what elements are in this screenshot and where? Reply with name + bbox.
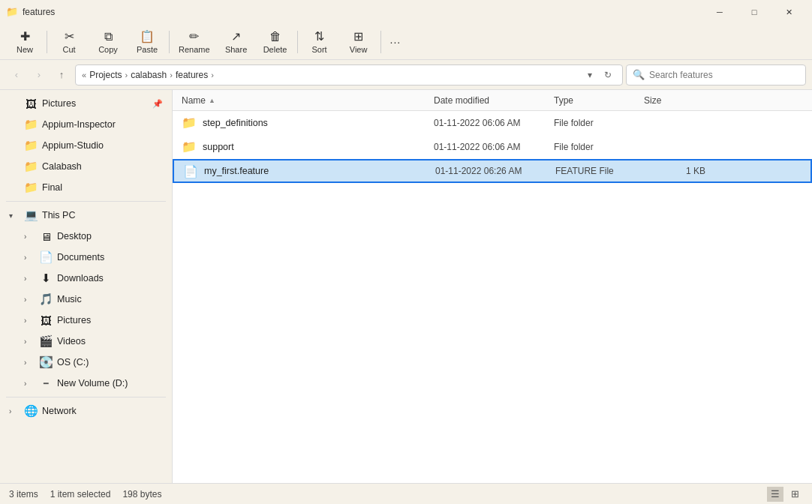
- music-icon: 🎵: [39, 292, 53, 306]
- maximize-button[interactable]: □: [737, 0, 771, 24]
- selected-size: 198 bytes: [122, 489, 161, 500]
- appium-inspector-icon: 📁: [24, 118, 38, 131]
- file-name-cell-my-first-feature: 📄 my_first.feature: [180, 164, 435, 178]
- address-dropdown-button[interactable]: ▾: [582, 67, 598, 83]
- sidebar-label-documents: Documents: [57, 252, 163, 262]
- item-count: 3 items: [9, 489, 38, 500]
- sidebar-item-calabash[interactable]: 📁 Calabash: [3, 156, 169, 177]
- folder-icon-support: 📁: [182, 140, 197, 154]
- breadcrumb-calabash[interactable]: calabash: [131, 70, 167, 80]
- sidebar-item-music[interactable]: › 🎵 Music: [3, 289, 169, 310]
- column-name-label: Name: [182, 95, 206, 106]
- status-info: 3 items 1 item selected 198 bytes: [9, 489, 161, 500]
- sidebar-item-network[interactable]: › 🌐 Network: [3, 400, 169, 422]
- close-button[interactable]: ✕: [771, 0, 806, 24]
- videos-icon: 🎬: [39, 334, 53, 348]
- sidebar-label-final: Final: [42, 182, 163, 193]
- search-icon: 🔍: [633, 69, 645, 80]
- search-bar[interactable]: 🔍: [626, 64, 806, 86]
- sidebar-divider-2: [6, 397, 166, 398]
- file-row-support[interactable]: 📁 support 01-11-2022 06:06 AM File folde…: [173, 135, 812, 159]
- file-pane: Name ▲ Date modified Type Size 📁 step_de…: [173, 90, 812, 483]
- grid-view-button[interactable]: ⊞: [786, 487, 803, 502]
- share-button[interactable]: ↗ Share: [218, 27, 255, 57]
- copy-button[interactable]: ⧉ Copy: [89, 27, 127, 57]
- file-row-step-definitions[interactable]: 📁 step_definitions 01-11-2022 06:06 AM F…: [173, 111, 812, 135]
- sidebar-label-os-c: OS (C:): [57, 357, 163, 368]
- sidebar-label-calabash: Calabash: [42, 161, 163, 172]
- this-pc-arrow: ▾: [9, 212, 20, 220]
- rename-button[interactable]: ✏ Rename: [173, 27, 216, 57]
- breadcrumb-features[interactable]: features: [176, 70, 208, 80]
- view-label: View: [350, 45, 368, 54]
- sidebar-item-desktop[interactable]: › 🖥 Desktop: [3, 226, 169, 247]
- delete-button[interactable]: 🗑 Delete: [257, 27, 294, 57]
- column-date-label: Date modified: [434, 95, 489, 106]
- sidebar-label-pictures2: Pictures: [57, 315, 163, 326]
- sidebar-item-final[interactable]: 📁 Final: [3, 177, 169, 198]
- back-button[interactable]: ‹: [6, 64, 27, 86]
- nav-arrows: ‹ › ↑: [6, 64, 72, 86]
- file-type-step-definitions: File folder: [554, 118, 644, 128]
- rename-label: Rename: [179, 45, 210, 54]
- sidebar-label-pictures: Pictures: [42, 98, 148, 109]
- breadcrumb-projects[interactable]: Projects: [89, 70, 122, 80]
- address-bar[interactable]: « Projects › calabash › features › ▾ ↻: [75, 64, 623, 86]
- sidebar-label-appium-inspector: Appium-Inspector: [42, 119, 163, 130]
- sidebar-item-appium-inspector[interactable]: 📁 Appium-Inspector: [3, 114, 169, 135]
- feature-file-icon: 📄: [183, 164, 198, 178]
- sidebar-label-network: Network: [42, 406, 163, 416]
- sidebar-item-os-c[interactable]: › 💽 OS (C:): [3, 352, 169, 373]
- share-icon: ↗: [231, 29, 241, 44]
- new-button[interactable]: ✚ New: [6, 27, 44, 57]
- file-name-label-support: support: [203, 142, 234, 152]
- up-button[interactable]: ↑: [51, 64, 72, 86]
- final-icon: 📁: [24, 181, 38, 194]
- share-label: Share: [225, 45, 247, 54]
- file-row-my-first-feature[interactable]: 📄 my_first.feature 01-11-2022 06:26 AM F…: [173, 159, 812, 183]
- documents-icon: 📄: [39, 250, 53, 264]
- sidebar-item-documents[interactable]: › 📄 Documents: [3, 247, 169, 268]
- music-arrow: ›: [24, 296, 35, 304]
- pictures2-icon: 🖼: [39, 314, 53, 327]
- file-type-my-first-feature: FEATURE File: [555, 166, 645, 176]
- pictures2-arrow: ›: [24, 316, 35, 325]
- sidebar-item-pictures2[interactable]: › 🖼 Pictures: [3, 310, 169, 331]
- paste-button[interactable]: 📋 Paste: [128, 27, 166, 57]
- column-header-size[interactable]: Size: [644, 95, 704, 106]
- column-type-label: Type: [554, 95, 573, 106]
- forward-button[interactable]: ›: [29, 64, 50, 86]
- window-title: features: [23, 7, 55, 17]
- sidebar-item-downloads[interactable]: › ⬇ Downloads: [3, 268, 169, 289]
- view-button[interactable]: ⊞ View: [340, 27, 377, 57]
- column-header-type[interactable]: Type: [554, 95, 644, 106]
- copy-label: Copy: [98, 45, 118, 54]
- this-pc-icon: 💻: [24, 208, 38, 222]
- sidebar-label-appium-studio: Appium-Studio: [42, 140, 163, 151]
- minimize-button[interactable]: ─: [702, 0, 737, 24]
- details-view-button[interactable]: ☰: [767, 487, 783, 502]
- pin-icon: 📌: [152, 99, 163, 109]
- search-input[interactable]: [649, 70, 799, 80]
- view-controls: ☰ ⊞: [767, 487, 803, 502]
- sidebar-item-this-pc[interactable]: ▾ 💻 This PC: [3, 205, 169, 226]
- address-actions: ▾ ↻: [582, 67, 616, 83]
- sort-button[interactable]: ⇅ Sort: [301, 27, 338, 57]
- sidebar-item-videos[interactable]: › 🎬 Videos: [3, 331, 169, 352]
- column-header-date[interactable]: Date modified: [434, 95, 554, 106]
- sidebar-item-pictures-pinned[interactable]: 🖼 Pictures 📌: [3, 93, 169, 114]
- cut-button[interactable]: ✂ Cut: [50, 27, 88, 57]
- sort-arrow-icon: ▲: [209, 97, 215, 104]
- column-header-name[interactable]: Name ▲: [179, 95, 434, 106]
- paste-icon: 📋: [140, 29, 155, 44]
- address-refresh-button[interactable]: ↻: [600, 67, 616, 83]
- file-date-my-first-feature: 01-11-2022 06:26 AM: [435, 166, 555, 176]
- new-volume-arrow: ›: [24, 380, 35, 388]
- toolbar-sep-2: [169, 31, 170, 53]
- sidebar-item-new-volume-d[interactable]: › ━ New Volume (D:): [3, 373, 169, 394]
- view-icon: ⊞: [353, 29, 363, 44]
- nav-bar: ‹ › ↑ « Projects › calabash › features ›…: [0, 60, 812, 90]
- sidebar-label-videos: Videos: [57, 336, 163, 346]
- sidebar-item-appium-studio[interactable]: 📁 Appium-Studio: [3, 135, 169, 156]
- more-button[interactable]: ···: [384, 27, 408, 57]
